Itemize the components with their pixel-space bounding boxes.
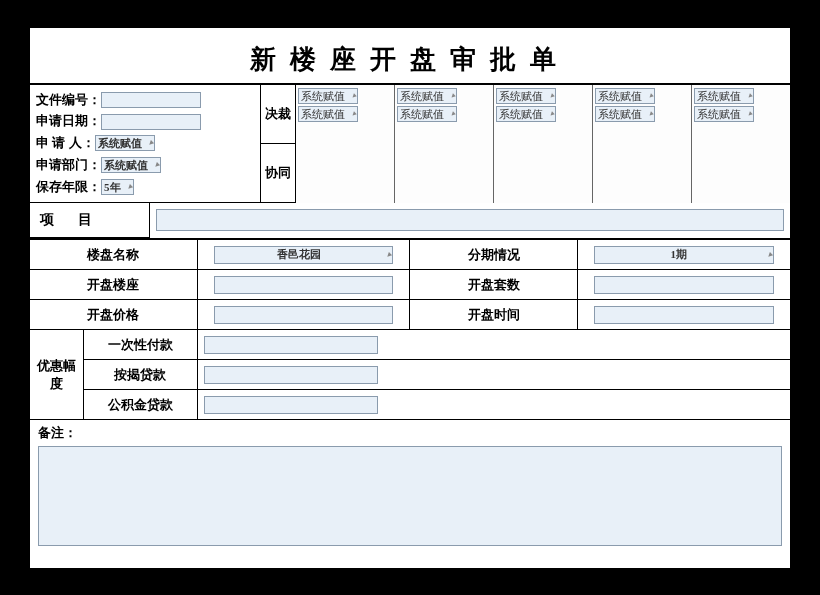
price-input[interactable]: [214, 306, 394, 324]
phase-label: 分期情况: [410, 240, 577, 270]
vcol-decision: 决裁: [261, 85, 295, 145]
approver-input[interactable]: 系统赋值: [496, 88, 556, 104]
mortgage-input[interactable]: [204, 366, 378, 384]
approver-cell: [691, 144, 790, 203]
approver-input[interactable]: 系统赋值: [694, 88, 754, 104]
mortgage-label: 按揭贷款: [83, 360, 197, 390]
fund-input[interactable]: [204, 396, 378, 414]
approver-input[interactable]: 系统赋值: [298, 106, 358, 122]
time-input[interactable]: [594, 306, 774, 324]
dept-label: 申请部门：: [36, 155, 101, 176]
approver-cell: 系统赋值 系统赋值: [296, 85, 394, 144]
fund-label: 公积金贷款: [83, 390, 197, 420]
phase-input[interactable]: 1期: [594, 246, 774, 264]
approver-cell: [394, 144, 493, 203]
approver-input[interactable]: 系统赋值: [595, 106, 655, 122]
approver-cell: 系统赋值 系统赋值: [691, 85, 790, 144]
file-no-label: 文件编号：: [36, 90, 101, 111]
main-grid: 楼盘名称 香邑花园 分期情况 1期 开盘楼座 开盘套数 开盘价格 开盘时间 优惠…: [30, 239, 790, 420]
approver-cell: 系统赋值 系统赋值: [592, 85, 691, 144]
form-title: 新楼座开盘审批单: [30, 28, 790, 83]
units-label: 开盘套数: [410, 270, 577, 300]
discount-label: 优惠幅度: [30, 330, 83, 420]
remarks-label: 备注：: [38, 425, 77, 440]
payonce-label: 一次性付款: [83, 330, 197, 360]
apply-date-input[interactable]: [101, 114, 201, 130]
price-label: 开盘价格: [30, 300, 197, 330]
left-info: 文件编号： 申请日期： 申 请 人：系统赋值 申请部门：系统赋值 保存年限：5年: [30, 85, 260, 203]
approver-cell: 系统赋值 系统赋值: [493, 85, 592, 144]
approver-input[interactable]: 系统赋值: [595, 88, 655, 104]
approver-input[interactable]: 系统赋值: [397, 106, 457, 122]
approver-cell: [592, 144, 691, 203]
remarks-section: 备注：: [30, 420, 790, 546]
approver-input[interactable]: 系统赋值: [397, 88, 457, 104]
bldg-input[interactable]: [214, 276, 394, 294]
remarks-input[interactable]: [38, 446, 782, 546]
applicant-label: 申 请 人：: [36, 133, 95, 154]
approver-row-2: [296, 144, 790, 203]
approval-form: 新楼座开盘审批单 文件编号： 申请日期： 申 请 人：系统赋值 申请部门：系统赋…: [30, 28, 790, 568]
approver-input[interactable]: 系统赋值: [298, 88, 358, 104]
estate-name-label: 楼盘名称: [30, 240, 197, 270]
retain-input[interactable]: 5年: [101, 179, 134, 195]
payonce-input[interactable]: [204, 336, 378, 354]
approvers-grid: 系统赋值 系统赋值 系统赋值 系统赋值 系统赋值 系统赋值 系统赋值 系统赋值 …: [296, 85, 790, 203]
approver-row-1: 系统赋值 系统赋值 系统赋值 系统赋值 系统赋值 系统赋值 系统赋值 系统赋值 …: [296, 85, 790, 144]
dept-input[interactable]: 系统赋值: [101, 157, 161, 173]
vcol-cooperate: 协同: [261, 144, 295, 203]
applicant-input[interactable]: 系统赋值: [95, 135, 155, 151]
file-no-input[interactable]: [101, 92, 201, 108]
project-row: 项 目: [30, 203, 790, 239]
approver-cell: [493, 144, 592, 203]
approver-input[interactable]: 系统赋值: [694, 106, 754, 122]
approver-cell: [296, 144, 394, 203]
vcol: 决裁 协同: [260, 85, 296, 203]
estate-name-input[interactable]: 香邑花园: [214, 246, 394, 264]
project-input[interactable]: [156, 209, 784, 231]
units-input[interactable]: [594, 276, 774, 294]
time-label: 开盘时间: [410, 300, 577, 330]
project-label: 项 目: [30, 203, 150, 238]
apply-date-label: 申请日期：: [36, 111, 101, 132]
header-row: 文件编号： 申请日期： 申 请 人：系统赋值 申请部门：系统赋值 保存年限：5年…: [30, 83, 790, 204]
approver-cell: 系统赋值 系统赋值: [394, 85, 493, 144]
approver-input[interactable]: 系统赋值: [496, 106, 556, 122]
bldg-label: 开盘楼座: [30, 270, 197, 300]
retain-label: 保存年限：: [36, 177, 101, 198]
